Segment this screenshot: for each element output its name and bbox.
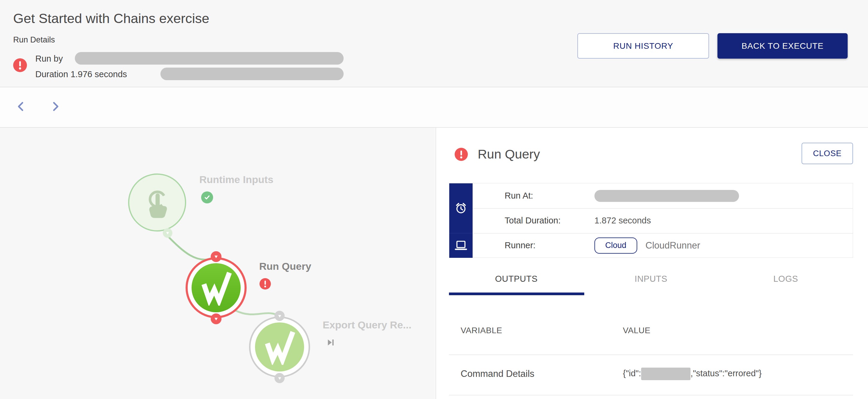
panel-title: Run Query — [478, 147, 540, 162]
step-details-panel: Run Query CLOSE Run At: — [435, 128, 868, 399]
exclamation-icon — [259, 278, 271, 290]
variable-cell: Command Details — [461, 368, 534, 379]
runner-label: Runner: — [505, 240, 535, 251]
port-arrow-icon — [277, 313, 283, 319]
check-icon — [203, 194, 211, 201]
skipped-step-icon — [326, 337, 336, 349]
nav-back-button[interactable] — [12, 98, 29, 115]
run-error-icon — [13, 58, 27, 72]
duration-label: Duration 1.976 seconds — [35, 69, 127, 79]
table-divider — [449, 355, 853, 355]
value-cell: {"id":,"status":"errored"} — [623, 368, 762, 380]
nav-forward-button[interactable] — [47, 98, 64, 115]
success-check-icon — [201, 192, 213, 203]
value-json-suffix: ,"status":"errored"} — [690, 368, 762, 378]
node-export-query-input-port — [275, 311, 285, 321]
row-divider — [449, 395, 853, 395]
node-label-runtime-inputs: Runtime Inputs — [199, 174, 273, 186]
chevron-right-icon — [50, 100, 61, 112]
exclamation-icon — [13, 58, 27, 72]
run-by-redacted-value — [75, 52, 344, 65]
clock-icon — [454, 201, 468, 215]
panel-tabs: OUTPUTS INPUTS LOGS — [449, 270, 853, 288]
close-button[interactable]: CLOSE — [802, 143, 853, 164]
port-arrow-icon — [165, 230, 170, 236]
runner-name: CloudRunner — [646, 240, 701, 251]
value-json-prefix: {"id": — [623, 368, 641, 378]
run-at-row: Run At: — [473, 184, 853, 209]
header: Get Started with Chains exercise Run Det… — [0, 0, 868, 87]
node-runtime-inputs-output-port — [163, 228, 173, 238]
node-run-query[interactable] — [186, 257, 247, 318]
node-run-query-body — [191, 263, 241, 312]
run-by-label: Run by — [35, 54, 63, 64]
runner-icon-cell — [449, 233, 473, 258]
timing-icon-cell — [449, 184, 473, 233]
total-duration-value: 1.872 seconds — [594, 215, 651, 226]
back-to-execute-button[interactable]: BACK TO EXECUTE — [717, 33, 848, 59]
node-export-query-body — [255, 323, 304, 371]
touch-trigger-icon — [141, 186, 173, 219]
runner-value-group: Cloud CloudRunner — [594, 237, 700, 254]
variable-column-header: VARIABLE — [461, 326, 502, 335]
node-run-query-output-port — [211, 313, 221, 324]
tab-logs[interactable]: LOGS — [718, 270, 853, 288]
run-at-redacted-value — [594, 190, 739, 202]
run-meta-table: Run At: Total Duration: 1.872 seconds Ru… — [449, 183, 853, 258]
node-error-icon — [259, 278, 271, 290]
page-title: Get Started with Chains exercise — [13, 11, 209, 26]
node-export-query[interactable] — [249, 317, 310, 377]
duration-redacted-value — [160, 68, 344, 80]
chain-canvas[interactable]: Runtime Inputs Run Query — [0, 128, 435, 399]
run-details-label: Run Details — [13, 35, 55, 44]
total-duration-label: Total Duration: — [505, 215, 561, 226]
value-redacted-id — [641, 368, 690, 380]
value-column-header: VALUE — [623, 326, 650, 335]
run-history-button[interactable]: RUN HISTORY — [577, 33, 709, 59]
active-tab-underline — [449, 293, 584, 295]
exclamation-icon — [455, 148, 468, 161]
node-export-query-output-port — [275, 373, 285, 383]
port-arrow-icon — [213, 254, 219, 260]
cloud-badge: Cloud — [594, 237, 637, 254]
chevron-left-icon — [15, 100, 27, 112]
node-label-export-query: Export Query Re... — [323, 319, 411, 331]
tab-inputs[interactable]: INPUTS — [584, 270, 718, 288]
run-details-screen: Get Started with Chains exercise Run Det… — [0, 0, 868, 399]
workiva-w-icon — [261, 329, 298, 365]
laptop-icon — [454, 239, 468, 253]
port-arrow-icon — [277, 375, 283, 381]
workiva-w-icon — [198, 270, 234, 306]
run-at-label: Run At: — [505, 191, 533, 201]
port-arrow-icon — [213, 316, 219, 322]
skip-forward-icon — [326, 337, 336, 347]
node-label-run-query: Run Query — [259, 261, 311, 272]
step-error-icon — [455, 148, 468, 161]
total-duration-row: Total Duration: 1.872 seconds — [473, 208, 853, 234]
tab-outputs[interactable]: OUTPUTS — [449, 270, 584, 288]
node-runtime-inputs[interactable] — [128, 173, 186, 232]
canvas-toolbar — [0, 87, 868, 128]
runner-row: Runner: Cloud CloudRunner — [473, 233, 853, 258]
node-run-query-input-port — [211, 251, 221, 262]
